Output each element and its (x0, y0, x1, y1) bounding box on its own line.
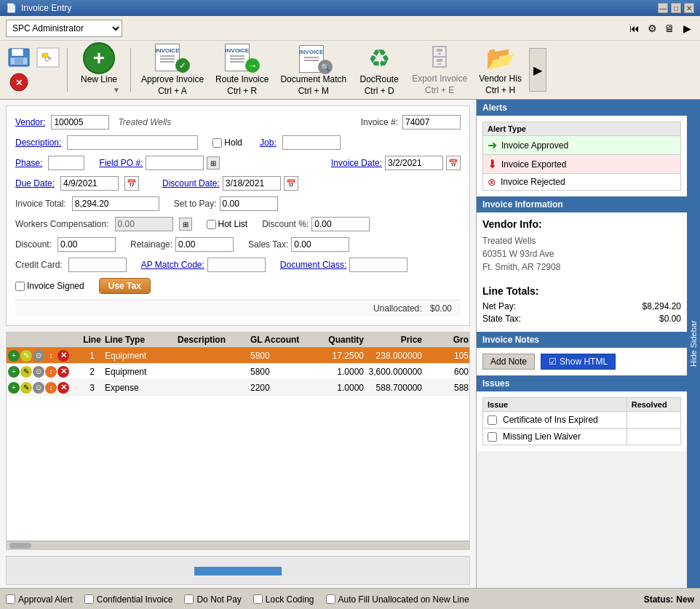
list-item: Missing Lien Waiver (483, 429, 681, 445)
row2-delete-icon[interactable]: ✕ (57, 366, 69, 378)
hold-checkbox[interactable] (212, 138, 222, 148)
invoice-total-input[interactable] (72, 196, 159, 211)
discount-input[interactable] (57, 237, 116, 252)
sales-tax-input[interactable] (291, 237, 349, 252)
scrollbar-thumb[interactable] (9, 543, 31, 549)
description-input[interactable] (67, 135, 198, 150)
row1-add-icon[interactable]: + (8, 350, 20, 362)
discount-pct-input[interactable] (311, 217, 370, 231)
document-class-input[interactable] (349, 258, 407, 272)
docroute-button[interactable]: ♻ DocRoute Ctrl + D (354, 44, 405, 95)
phase-label[interactable]: Phase: (15, 158, 42, 168)
horizontal-scrollbar[interactable] (7, 541, 469, 549)
ap-match-code-label[interactable]: AP Match Code: (141, 260, 204, 270)
auto-fill-checkbox-group[interactable]: Auto Fill Unallocated on New Line (326, 594, 469, 605)
row2-edit-icon[interactable]: ✎ (20, 366, 32, 378)
toolbar-overflow-button[interactable]: ▶ (529, 48, 546, 92)
job-label[interactable]: Job: (260, 138, 277, 148)
nav-info-icon[interactable]: 🖥 (662, 21, 677, 36)
retainage-input[interactable] (175, 237, 234, 252)
nav-more-icon[interactable]: ▶ (680, 21, 694, 36)
field-po-label[interactable]: Field PO #: (99, 158, 143, 168)
lock-coding-label: Lock Coding (266, 594, 314, 605)
invoice-signed-checkbox[interactable] (15, 282, 25, 291)
document-match-button[interactable]: INVOICE 🔍 Document Match Ctrl + M (276, 44, 351, 95)
confidential-invoice-checkbox-group[interactable]: Confidential Invoice (84, 594, 173, 605)
do-not-pay-checkbox[interactable] (184, 594, 194, 604)
row3-copy-icon[interactable]: ⊙ (33, 382, 44, 394)
row3-gl: 2200 (250, 383, 316, 393)
row2-move-icon[interactable]: ↕ (45, 366, 57, 378)
route-invoice-button[interactable]: INVOICE → Route Invoice Ctrl + R (211, 44, 273, 95)
auto-fill-checkbox[interactable] (326, 594, 335, 604)
hold-checkbox-label[interactable]: Hold (212, 138, 242, 148)
row1-move-icon[interactable]: ↕ (45, 350, 57, 362)
vendor-his-button[interactable]: 📂 Vendor His Ctrl + H (474, 44, 526, 95)
invoice-date-picker[interactable]: 📅 (446, 156, 461, 170)
row3-delete-icon[interactable]: ✕ (57, 382, 69, 394)
nav-back-icon[interactable]: ⏮ (627, 21, 642, 36)
issues-table: Issue Resolved Certificate of Ins Expire… (482, 397, 681, 445)
hot-list-label[interactable]: Hot List (207, 219, 248, 229)
set-to-pay-input[interactable] (220, 196, 278, 211)
table-row[interactable]: + ✎ ⊙ ↕ ✕ 3 Expense 2200 1.0000 588.7000… (7, 380, 469, 396)
maximize-button[interactable]: □ (671, 3, 681, 13)
description-label[interactable]: Description: (15, 138, 61, 148)
credit-card-input[interactable] (68, 258, 127, 272)
invoice-signed-label[interactable]: Invoice Signed (15, 281, 84, 291)
issue2-checkbox[interactable] (488, 432, 497, 442)
new-line-button[interactable]: + New Line ▼ (73, 44, 124, 95)
refresh-button[interactable]: ⟳ (35, 47, 61, 68)
delete-button[interactable]: ✕ (6, 71, 32, 93)
vendor-input[interactable] (51, 115, 109, 130)
discount-date-label[interactable]: Discount Date: (162, 178, 220, 188)
approve-invoice-button[interactable]: INVOICE ✓ Approve Invoice Ctrl + A (137, 44, 208, 95)
row1-edit-icon[interactable]: ✎ (20, 350, 32, 362)
invoice-date-input[interactable] (385, 156, 443, 170)
vendor-label[interactable]: Vendor: (15, 117, 45, 127)
job-input[interactable] (282, 135, 341, 150)
row2-add-icon[interactable]: + (8, 366, 20, 378)
discount-date-input[interactable] (223, 176, 281, 191)
row1-delete-icon[interactable]: ✕ (57, 350, 69, 362)
issue1-checkbox[interactable] (488, 415, 497, 425)
user-selector[interactable]: SPC Administrator (6, 20, 122, 37)
close-button[interactable]: ✕ (684, 3, 694, 13)
hot-list-checkbox[interactable] (207, 220, 216, 229)
show-html-button[interactable]: ☑ Show HTML (541, 354, 616, 370)
table-row[interactable]: + ✎ ⊙ ↕ ✕ 1 Equipment 5800 17.2500 238.0… (7, 348, 469, 364)
field-po-icon[interactable]: ⊞ (207, 156, 220, 170)
lock-coding-checkbox[interactable] (253, 594, 263, 604)
discount-date-picker[interactable]: 📅 (284, 176, 298, 191)
invoice-date-label[interactable]: Invoice Date: (331, 158, 382, 168)
row1-copy-icon[interactable]: ⊙ (33, 350, 44, 362)
field-po-input[interactable] (146, 156, 204, 170)
approval-alert-checkbox-group[interactable]: Approval Alert (6, 594, 73, 605)
add-note-button[interactable]: Add Note (482, 354, 535, 370)
due-date-input[interactable] (60, 176, 119, 191)
invoice-num-input[interactable] (402, 115, 461, 130)
export-invoice-button[interactable]: 🗄 Export Invoice Ctrl + E (407, 44, 472, 95)
approval-alert-checkbox[interactable] (6, 594, 15, 604)
document-class-label[interactable]: Document Class: (280, 260, 346, 270)
row3-move-icon[interactable]: ↕ (45, 382, 57, 394)
row3-add-icon[interactable]: + (8, 382, 20, 394)
table-row[interactable]: + ✎ ⊙ ↕ ✕ 2 Equipment 5800 1.0000 3,600.… (7, 364, 469, 380)
row3-edit-icon[interactable]: ✎ (20, 382, 32, 394)
due-date-picker[interactable]: 📅 (124, 176, 139, 191)
new-line-dropdown[interactable]: ▼ (113, 86, 120, 97)
nav-settings-icon[interactable]: ⚙ (645, 21, 659, 36)
save-button[interactable] (6, 47, 32, 68)
lock-coding-checkbox-group[interactable]: Lock Coding (253, 594, 314, 605)
ap-match-code-input[interactable] (207, 258, 266, 272)
hide-sidebar-button[interactable]: Hide Sidebar (687, 100, 700, 588)
due-date-label[interactable]: Due Date: (15, 178, 55, 188)
bottom-scrollbar[interactable] (194, 567, 282, 576)
phase-input[interactable] (48, 156, 84, 170)
minimize-button[interactable]: — (658, 3, 668, 13)
workers-comp-icon[interactable]: ⊞ (179, 218, 192, 231)
confidential-invoice-checkbox[interactable] (84, 594, 94, 604)
use-tax-button[interactable]: Use Tax (99, 278, 151, 294)
do-not-pay-checkbox-group[interactable]: Do Not Pay (184, 594, 241, 605)
row2-copy-icon[interactable]: ⊙ (33, 366, 44, 378)
